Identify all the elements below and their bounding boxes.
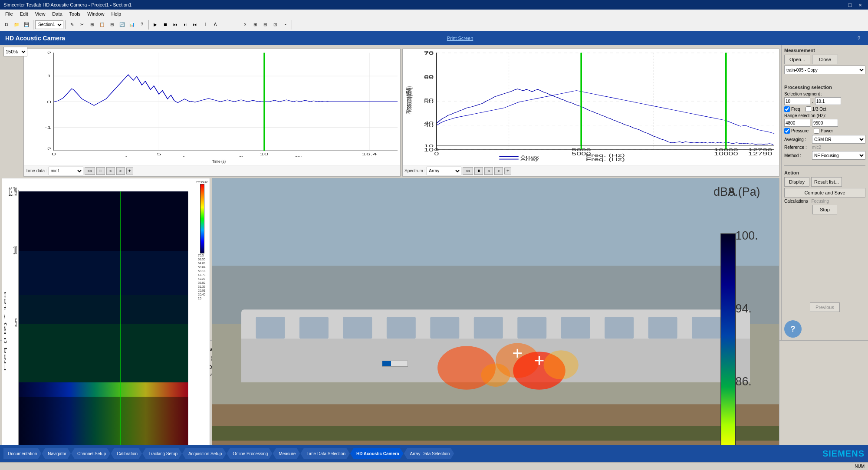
- range-start-input[interactable]: [784, 119, 810, 127]
- time-skip-start-btn[interactable]: <<: [85, 167, 95, 175]
- toolbar-stop-btn2[interactable]: ⏹: [161, 20, 170, 30]
- toolbar-btn-3h[interactable]: —: [220, 20, 230, 30]
- toolbar-btn-2a[interactable]: ✎: [67, 20, 77, 30]
- freq-prev-btn[interactable]: <: [484, 167, 493, 175]
- svg-rect-113: [299, 317, 329, 339]
- toolbar-btn-3e[interactable]: ⏭: [191, 20, 200, 30]
- breadcrumb-time-data-selection[interactable]: Time Data Selection: [300, 448, 350, 459]
- toolbar-btn-3g[interactable]: A: [210, 20, 220, 30]
- toolbar-btn-2d[interactable]: 📋: [97, 20, 107, 30]
- segment-inputs-row: .: [784, 97, 865, 105]
- toolbar-btn-3l[interactable]: ⊟: [260, 20, 270, 30]
- window-controls[interactable]: − □ ×: [835, 2, 865, 8]
- menu-help[interactable]: Help: [108, 10, 125, 17]
- freq-next-btn[interactable]: >: [494, 167, 503, 175]
- range-inputs-row: [784, 119, 865, 127]
- range-end-input[interactable]: [812, 119, 838, 127]
- pressure-checkbox[interactable]: [784, 128, 790, 134]
- section-select[interactable]: Section1: [35, 20, 63, 29]
- freq-chart-svg: 70 60 50 40 10 0 5000 10000 12790 Pressu…: [403, 49, 779, 165]
- menu-tools[interactable]: Tools: [66, 10, 84, 17]
- breadcrumb-tracking-setup[interactable]: Tracking Setup: [142, 448, 182, 459]
- freq-add-btn[interactable]: +: [504, 168, 511, 174]
- breadcrumb-hd-acoustic[interactable]: HD Acoustic Camera: [350, 448, 404, 459]
- averaging-select[interactable]: CSM DR: [812, 135, 865, 144]
- minimize-btn[interactable]: −: [835, 2, 844, 8]
- toolbar-btn-2g[interactable]: 📊: [127, 20, 137, 30]
- previous-btn[interactable]: Previous: [810, 302, 840, 312]
- breadcrumb-items: Documentation Navigator Channel Setup Ca…: [3, 445, 814, 462]
- toolbar-new-btn[interactable]: 🗋: [2, 20, 11, 30]
- toolbar-btn-3j[interactable]: ×: [240, 20, 250, 30]
- menu-view[interactable]: View: [32, 10, 49, 17]
- breadcrumb-calibration[interactable]: Calibration: [111, 448, 142, 459]
- zoom-select[interactable]: 150%: [3, 47, 27, 56]
- svg-text:Freq (Hz) * 1e3: Freq (Hz) * 1e3: [3, 292, 7, 371]
- toolbar-btn-3i[interactable]: —: [230, 20, 240, 30]
- toolbar-btn-3f[interactable]: I: [201, 20, 210, 30]
- previous-row: Previous: [784, 302, 865, 312]
- print-screen-btn[interactable]: Print Screen: [447, 36, 473, 41]
- svg-text:12.79: 12.79: [9, 185, 17, 198]
- toolbar-btn-2h[interactable]: ?: [137, 20, 147, 30]
- time-add-btn[interactable]: +: [126, 168, 133, 174]
- toolbar-open-btn[interactable]: 📁: [12, 20, 21, 30]
- breadcrumb-measure[interactable]: Measure: [273, 448, 300, 459]
- measurement-select[interactable]: train-005 - Copy: [784, 66, 865, 74]
- time-pause-btn[interactable]: ⏸: [96, 167, 105, 175]
- toolbar-btn-2b[interactable]: ✂: [77, 20, 87, 30]
- toolbar-btn-3m[interactable]: ⊡: [270, 20, 280, 30]
- toolbar-btn-3c[interactable]: ⏮: [171, 20, 180, 30]
- svg-text:10: 10: [260, 151, 269, 156]
- time-prev-btn[interactable]: <: [106, 167, 115, 175]
- breadcrumb-documentation[interactable]: Documentation: [3, 448, 41, 459]
- time-data-select[interactable]: mic1: [49, 167, 83, 175]
- close-btn[interactable]: ×: [856, 2, 865, 8]
- result-btn[interactable]: Result list...: [811, 177, 842, 187]
- toolbar-btn-3d[interactable]: ⏯: [181, 20, 190, 30]
- svg-text:Freq. (Hz): Freq. (Hz): [586, 157, 625, 162]
- display-btn[interactable]: Display: [784, 177, 809, 187]
- range-label: Range selection (Hz):: [784, 113, 865, 118]
- question-circle-btn[interactable]: ?: [784, 320, 802, 338]
- toolbar-btn-3k[interactable]: ⊞: [250, 20, 260, 30]
- reference-label: Reference :: [784, 145, 810, 150]
- help-button[interactable]: ?: [855, 34, 863, 42]
- toolbar-play-btn[interactable]: ▶: [151, 20, 160, 30]
- breadcrumb-acquisition-setup[interactable]: Acquisition Setup: [182, 448, 226, 459]
- spectrum-select[interactable]: Array: [427, 167, 461, 175]
- toolbar-btn-2e[interactable]: ⊟: [107, 20, 117, 30]
- freq-checkbox[interactable]: [784, 106, 790, 112]
- seg-start-input[interactable]: [784, 97, 810, 105]
- menu-data[interactable]: Data: [49, 10, 66, 17]
- power-checkbox[interactable]: [814, 128, 819, 134]
- svg-rect-91: [19, 324, 188, 382]
- close-measurement-btn[interactable]: Close: [812, 55, 838, 64]
- third-oct-label: 1/3 Oct: [812, 107, 826, 112]
- toolbar-save-btn[interactable]: 💾: [22, 20, 31, 30]
- seg-end-input[interactable]: [815, 97, 841, 105]
- right-panel: Measurement Open... Close train-005 - Co…: [781, 45, 868, 340]
- compute-save-btn[interactable]: Compute and Save: [784, 188, 865, 197]
- method-select[interactable]: NF Focusing: [812, 151, 865, 160]
- menu-edit[interactable]: Edit: [16, 10, 32, 17]
- toolbar-btn-3n[interactable]: ~: [280, 20, 290, 30]
- menu-file[interactable]: File: [2, 10, 16, 17]
- segment-label: Selection segment :: [784, 92, 865, 96]
- breadcrumb-online-processing[interactable]: Online Processing: [227, 448, 272, 459]
- breadcrumb-navigator[interactable]: Navigator: [42, 448, 71, 459]
- stop-btn[interactable]: Stop: [812, 205, 837, 214]
- menu-window[interactable]: Window: [84, 10, 108, 17]
- freq-skip-start-btn[interactable]: <<: [463, 167, 473, 175]
- breadcrumb-channel-setup[interactable]: Channel Setup: [71, 448, 110, 459]
- toolbar-btn-2c[interactable]: ⊞: [87, 20, 97, 30]
- toolbar-btn-2f[interactable]: 🔄: [117, 20, 127, 30]
- third-oct-checkbox[interactable]: [806, 106, 811, 112]
- freq-pause-btn[interactable]: ⏸: [474, 167, 483, 175]
- breadcrumb-array-data-selection[interactable]: Array Data Selection: [404, 448, 454, 459]
- restore-btn[interactable]: □: [846, 2, 855, 8]
- divider-2: [784, 165, 865, 166]
- third-oct-row: 1/3 Oct: [806, 106, 826, 112]
- time-next-btn[interactable]: >: [116, 167, 125, 175]
- open-measurement-btn[interactable]: Open...: [784, 55, 810, 64]
